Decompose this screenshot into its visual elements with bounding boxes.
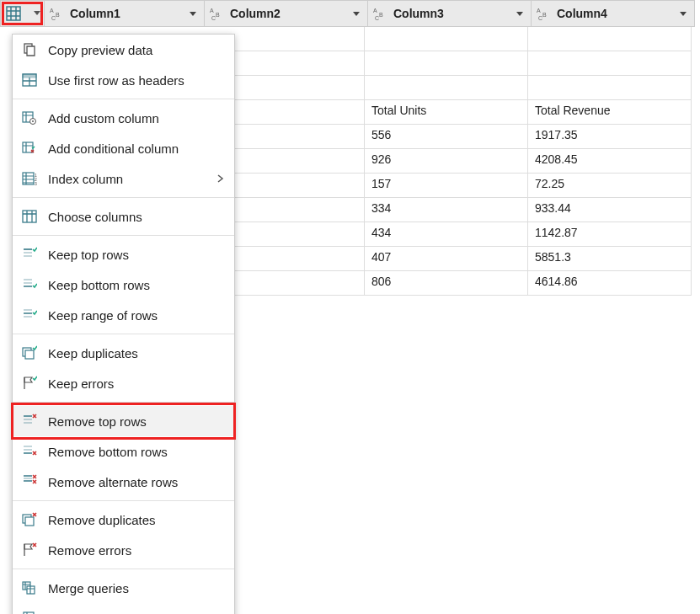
chevron-right-icon (217, 174, 226, 183)
menu-item-remove-duplicates[interactable]: Remove duplicates (13, 505, 234, 535)
table-corner-menu-button[interactable] (0, 0, 45, 27)
svg-text:A: A (537, 8, 541, 13)
chevron-down-icon (680, 12, 687, 16)
table-cell[interactable]: Total Units (365, 100, 528, 125)
svg-text:B: B (379, 12, 383, 18)
chevron-down-icon (34, 11, 40, 15)
svg-text:C: C (538, 15, 542, 20)
table-row: ada 157 72.25 (205, 174, 700, 198)
merge-queries-icon (21, 579, 38, 596)
table-cell[interactable] (528, 27, 692, 51)
table-row: ntry Total Units Total Revenue (205, 100, 700, 125)
table-cell[interactable]: 926 (365, 149, 528, 174)
menu-item-add-custom-column[interactable]: Add custom column (13, 103, 234, 133)
column-header-2[interactable]: ABC Column2 (205, 0, 368, 27)
menu-item-keep-range-of-rows[interactable]: Keep range of rows (13, 300, 234, 330)
table-cell[interactable]: 4208.45 (528, 149, 692, 174)
table-cell[interactable] (528, 76, 692, 100)
menu-item-append-queries[interactable]: Append queries (13, 603, 234, 614)
menu-item-label: Add conditional column (48, 141, 226, 156)
table-cell[interactable]: 157 (365, 174, 528, 198)
table-row: A 434 1142.87 (205, 222, 700, 247)
table-cell[interactable]: 5851.3 (528, 247, 692, 271)
table-cell[interactable] (365, 76, 528, 100)
menu-item-remove-bottom-rows[interactable]: Remove bottom rows (13, 436, 234, 467)
menu-item-keep-top-rows[interactable]: Keep top rows (13, 239, 234, 270)
svg-text:B: B (216, 12, 220, 18)
table-dup-remove-icon (21, 511, 38, 528)
table-cell[interactable]: 1917.35 (528, 125, 692, 149)
table-gear-icon (21, 109, 38, 126)
table-choose-icon (21, 208, 38, 225)
column-header-3[interactable]: ABC Column3 (368, 0, 532, 27)
menu-item-copy-preview-data[interactable]: Copy preview data (13, 35, 234, 65)
table-cell[interactable]: 334 (365, 198, 528, 222)
column-filter-button[interactable] (350, 8, 362, 19)
column-header-4[interactable]: ABC Column4 (532, 0, 695, 27)
table-row: ama 334 933.44 (205, 198, 700, 222)
table-cell[interactable]: 556 (365, 125, 528, 149)
menu-separator (13, 569, 234, 569)
menu-item-label: Choose columns (48, 210, 226, 224)
flag-remove-icon (21, 542, 38, 558)
abc-type-icon: ABC (50, 7, 65, 20)
menu-item-remove-top-rows[interactable]: Remove top rows (13, 406, 234, 436)
column-filter-button[interactable] (514, 8, 526, 19)
flag-keep-icon (21, 375, 38, 392)
table-cell[interactable]: 407 (365, 247, 528, 271)
menu-item-choose-columns[interactable]: Choose columns (13, 201, 234, 232)
menu-item-label: Index column (48, 172, 207, 186)
menu-item-remove-alternate-rows[interactable]: Remove alternate rows (13, 467, 234, 497)
rows-bot-keep-icon (21, 276, 38, 293)
menu-item-label: Merge queries (48, 581, 226, 595)
table-row: ada 407 5851.3 (205, 247, 700, 271)
menu-item-label: Keep top rows (48, 248, 226, 262)
menu-separator (13, 500, 234, 501)
table-row: xico 806 4614.86 (205, 271, 700, 296)
column-header-label: Column3 (393, 7, 509, 20)
abc-type-icon: ABC (373, 7, 388, 20)
menu-item-label: Remove alternate rows (48, 475, 226, 489)
table-cell[interactable] (365, 27, 528, 51)
rows-top-keep-icon (21, 246, 38, 263)
menu-item-keep-errors[interactable]: Keep errors (13, 368, 234, 398)
table-row (205, 27, 700, 51)
menu-item-index-column[interactable]: 123Index column (13, 163, 234, 194)
svg-rect-28 (25, 517, 34, 526)
chevron-down-icon (516, 12, 523, 16)
menu-item-keep-duplicates[interactable]: Keep duplicates (13, 338, 234, 368)
table-cell[interactable]: 806 (365, 271, 528, 296)
menu-item-label: Append queries (48, 611, 226, 615)
menu-item-merge-queries[interactable]: Merge queries (13, 573, 234, 603)
table-cell[interactable]: Total Revenue (528, 100, 692, 125)
table-cell[interactable]: 72.25 (528, 174, 692, 198)
rows-bot-remove-icon (21, 443, 38, 460)
menu-item-label: Keep range of rows (48, 308, 226, 323)
menu-item-remove-errors[interactable]: Remove errors (13, 535, 234, 565)
column-header-label: Column1 (70, 7, 182, 20)
append-queries-icon (21, 610, 38, 614)
column-header-1[interactable]: ABC Column1 (45, 0, 205, 27)
table-index-icon: 123 (21, 170, 38, 187)
table-cell[interactable]: 1142.87 (528, 222, 692, 247)
table-cell[interactable] (528, 51, 692, 76)
svg-text:C: C (51, 15, 56, 20)
table-cell[interactable] (365, 51, 528, 76)
menu-item-add-conditional-column[interactable]: Add conditional column (13, 133, 234, 163)
svg-text:B: B (542, 12, 547, 18)
column-header-label: Column4 (557, 7, 672, 20)
menu-item-label: Keep errors (48, 376, 226, 391)
table-body: ntry Total Units Total Revenue ama 556 1… (205, 27, 700, 296)
menu-item-use-first-row-as-headers[interactable]: Use first row as headers (13, 65, 234, 95)
table-dup-keep-icon (21, 344, 38, 361)
column-filter-button[interactable] (677, 8, 689, 19)
table-cell[interactable]: 933.44 (528, 198, 692, 222)
menu-item-keep-bottom-rows[interactable]: Keep bottom rows (13, 270, 234, 300)
svg-text:C: C (211, 15, 216, 20)
table-cell[interactable]: 434 (365, 222, 528, 247)
table-cell[interactable]: 4614.86 (528, 271, 692, 296)
menu-item-label: Remove top rows (48, 414, 226, 429)
menu-item-label: Keep bottom rows (48, 278, 226, 292)
menu-separator (13, 235, 234, 236)
column-filter-button[interactable] (187, 8, 199, 19)
